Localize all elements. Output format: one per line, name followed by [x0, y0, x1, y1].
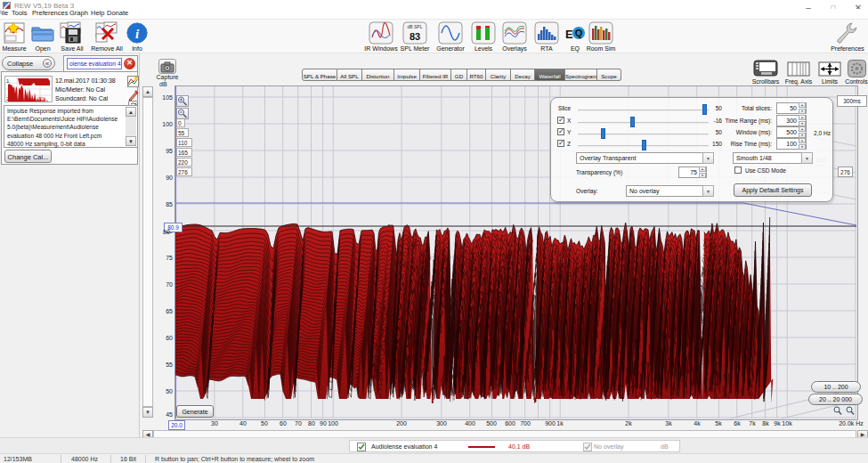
svg-text:20k: 20k — [37, 96, 47, 102]
svg-text:E: E — [565, 28, 573, 41]
svg-text:83: 83 — [410, 31, 420, 42]
svg-text:dB SPL: dB SPL — [408, 24, 423, 29]
